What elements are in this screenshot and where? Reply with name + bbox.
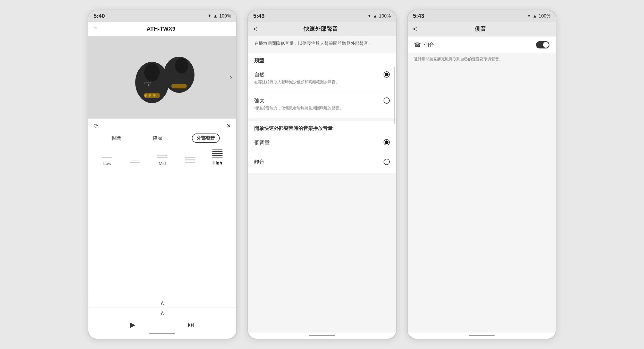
phone2-description: 在播放期間降低音量，以便專注於人聲範圍並聽見外部聲音。: [248, 36, 396, 51]
radio-natural-label: 自然: [254, 71, 265, 78]
radio-natural[interactable]: 自然 在專注於擷取人聲時減少低頻和高頻範圍的噪音。: [254, 68, 390, 88]
phone2-status-bar: 5:43 ✦ ▲ 100%: [248, 10, 396, 22]
level-high-lines: [212, 149, 223, 157]
type-section-title: 類型: [254, 57, 390, 64]
sync-icon: ⟳: [94, 123, 98, 129]
back-button[interactable]: <: [253, 25, 257, 33]
level-mid-label: Mid: [159, 161, 166, 166]
phone-receiver-icon: ☎: [414, 41, 421, 48]
divider-2: [254, 152, 390, 152]
home-bar: [149, 333, 175, 334]
bluetooth-icon3: ✦: [527, 13, 531, 19]
level-midlow-lines: [130, 161, 140, 163]
collapse-button[interactable]: ∧: [88, 309, 236, 317]
svg-text:TWX9: TWX9: [144, 81, 151, 84]
close-button[interactable]: ✕: [226, 123, 231, 129]
bluetooth-icon: ✦: [208, 13, 211, 19]
level-mid-high[interactable]: [185, 157, 195, 166]
svg-point-5: [153, 94, 156, 97]
bluetooth-icon2: ✦: [367, 13, 371, 19]
phone2-header: < 快速外部聲音: [248, 22, 396, 36]
sidetone-item-left: ☎ 側音: [414, 41, 434, 48]
nc-top-row: ⟳ ✕: [94, 123, 231, 129]
nc-option-noise-cancel[interactable]: 降噪: [151, 134, 164, 142]
scrollbar[interactable]: [394, 67, 395, 124]
phone1-battery: 100%: [219, 13, 231, 19]
level-line-a: [130, 161, 140, 161]
radio-mute-indicator: [384, 159, 390, 165]
phone2-home-indicator: [248, 333, 396, 339]
phone2-time: 5:43: [253, 13, 265, 19]
phone2-status-icons: ✦ ▲ 100%: [367, 13, 391, 19]
level-midhigh-lines: [185, 157, 195, 163]
phone1-main-content: L TWX9 › ⟳ ✕ 關閉 降噪 外部聲音: [88, 36, 236, 296]
svg-point-9: [175, 58, 188, 73]
radio-natural-indicator: [384, 71, 390, 78]
home-indicator: [88, 332, 236, 336]
divider: [88, 307, 236, 308]
radio-strong-label: 強大: [254, 97, 265, 104]
page-title-2: 快速外部聲音: [257, 25, 384, 33]
svg-point-1: [144, 63, 160, 81]
level-line-g: [185, 159, 195, 160]
phone3-home-bar: [469, 335, 495, 336]
level-high-label: High: [213, 161, 222, 166]
level-line-l: [212, 153, 223, 154]
phone3-battery: 100%: [539, 13, 550, 19]
phone2-main-content: 在播放期間降低音量，以便專注於人聲範圍並聽見外部聲音。 類型 自然 在專注於擷取…: [248, 36, 396, 333]
radio-mute[interactable]: 靜音: [254, 155, 390, 169]
fast-forward-button[interactable]: ⏭: [188, 320, 195, 329]
level-line-c: [157, 154, 167, 154]
radio-strong[interactable]: 強大 增強拾音能力，使佩戴者能夠聽見周圍環境的聲音。: [254, 94, 390, 114]
phone1-bottom: ∧ ∧ ▶ ⏭: [88, 296, 236, 339]
level-line-e: [157, 157, 167, 158]
radio-natural-row: 自然: [254, 71, 390, 78]
page-title: ATH-TWX9: [97, 26, 225, 32]
earbuds-illustration: L TWX9: [124, 41, 201, 113]
play-button[interactable]: ▶: [130, 320, 135, 329]
radio-strong-row: 強大: [254, 97, 390, 104]
level-high[interactable]: High: [212, 149, 223, 166]
phone3-home-indicator: [408, 333, 556, 339]
nc-icon-area: ⟳: [94, 123, 98, 129]
phone2-battery: 100%: [379, 13, 391, 19]
wifi-icon2: ▲: [373, 13, 377, 19]
level-low-label: Low: [103, 161, 111, 166]
sidetone-item-row: ☎ 側音: [408, 37, 556, 53]
nc-option-off[interactable]: 關閉: [110, 134, 123, 142]
phone3-main-content: ☎ 側音 通話期間聽見麥克風擷取到自己的聲音及環境聲音。: [408, 36, 556, 333]
nc-option-external[interactable]: 外部聲音: [192, 134, 220, 143]
phone1-status-bar: 5:40 ✦ ▲ 100%: [88, 10, 236, 22]
level-mid-lines: [157, 154, 167, 158]
radio-strong-indicator: [384, 97, 390, 104]
chevron-right-icon[interactable]: ›: [230, 73, 232, 81]
page-title-3: 側音: [417, 25, 544, 33]
phone1-time: 5:40: [94, 13, 105, 19]
svg-point-3: [144, 94, 147, 97]
back-button-3[interactable]: <: [413, 25, 417, 33]
level-low[interactable]: Low: [102, 157, 112, 166]
sidetone-description: 通話期間聽見麥克風擷取到自己的聲音及環境聲音。: [408, 53, 556, 65]
level-line-m: [212, 155, 223, 156]
level-mid[interactable]: Mid: [157, 154, 167, 166]
radio-natural-desc: 在專注於擷取人聲時減少低頻和高頻範圍的噪音。: [254, 79, 390, 85]
svg-point-4: [149, 94, 151, 97]
phone3-frame: 5:43 ✦ ▲ 100% < 側音 ☎ 側音 通話期間聽見麥克風擷取到自己的聲…: [407, 10, 556, 339]
sidetone-toggle[interactable]: [536, 41, 549, 48]
radio-low-indicator: [384, 139, 390, 145]
phone3-header: < 側音: [408, 22, 556, 36]
phone3-status-bar: 5:43 ✦ ▲ 100%: [408, 10, 556, 22]
phone2-frame: 5:43 ✦ ▲ 100% < 快速外部聲音 在播放期間降低音量，以便專注於人聲…: [247, 10, 397, 339]
nc-controls-area: ⟳ ✕ 關閉 降噪 外部聲音: [88, 119, 236, 147]
volume-section: 開啟快速外部聲音時的音樂播放音量 低音量 靜音: [248, 121, 396, 173]
radio-low-volume[interactable]: 低音量: [254, 136, 390, 149]
level-line-k: [212, 151, 223, 152]
phone1-frame: 5:40 ✦ ▲ 100% ≡ ATH-TWX9 L TWX9: [88, 10, 237, 339]
divider-1: [254, 91, 390, 91]
menu-icon[interactable]: ≡: [94, 25, 97, 32]
level-mid-low[interactable]: [130, 161, 140, 166]
collapse-button-top[interactable]: ∧: [88, 298, 236, 307]
level-line-d: [157, 155, 167, 156]
nc-option-buttons: 關閉 降噪 外部聲音: [99, 134, 231, 143]
type-section: 類型 自然 在專注於擷取人聲時減少低頻和高頻範圍的噪音。 強大 增強拾音能力，使…: [248, 53, 396, 118]
